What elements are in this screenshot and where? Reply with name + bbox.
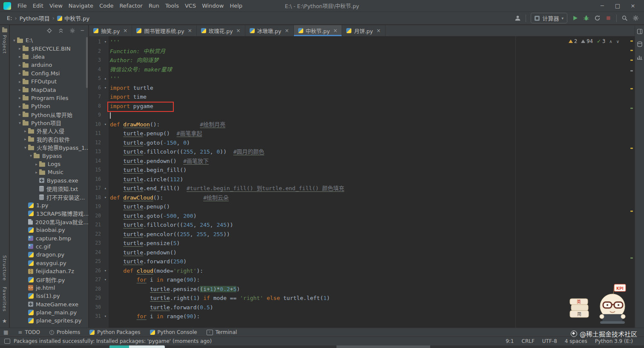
code-line[interactable]: 20 turtle.goto(-500, 200) xyxy=(89,211,635,221)
tree-item[interactable]: ▸Config.Msi xyxy=(10,69,88,77)
chevron-right-icon[interactable]: ▸ xyxy=(17,54,23,59)
tree-item[interactable]: ▸Python从零开始 xyxy=(10,111,88,119)
tree-item[interactable]: ▸$RECYCLE.BIN xyxy=(10,44,88,52)
line-separator[interactable]: CRLF xyxy=(522,338,535,344)
menu-item-edit[interactable]: Edit xyxy=(30,0,46,12)
tree-item[interactable]: ▾Bypass xyxy=(10,151,88,160)
menu-item-vcs[interactable]: VCS xyxy=(182,0,199,12)
code-line[interactable]: 22 turtle.pencolor((255, 255, 255)) xyxy=(89,230,635,239)
toolwindow-python-packages-button[interactable]: Python Packages xyxy=(85,329,145,335)
chevron-right-icon[interactable]: ▸ xyxy=(17,71,23,75)
tree-item[interactable]: Bypass.exe xyxy=(10,177,88,185)
tree-item[interactable]: ▸Logs xyxy=(10,160,88,168)
code-line[interactable]: 14 turtle.pendown() #画笔放下 xyxy=(89,157,635,166)
toolwindow-todo-button[interactable]: ≡TODO xyxy=(13,329,45,335)
code-line[interactable]: 7import time xyxy=(89,92,635,102)
chevron-right-icon[interactable]: ▸ xyxy=(34,162,39,166)
project-toolwindow-icon[interactable] xyxy=(2,29,7,32)
menu-item-navigate[interactable]: Navigate xyxy=(66,0,96,12)
fold-down-icon[interactable]: ▾ xyxy=(102,120,109,129)
tree-item[interactable]: ▸arduino xyxy=(10,61,88,69)
tree-item[interactable]: GIF制作.py xyxy=(10,275,88,283)
tree-item[interactable]: dragon.py xyxy=(10,251,88,259)
menu-item-refactor[interactable]: Refactor xyxy=(116,0,146,12)
user-profile-icon[interactable] xyxy=(515,15,521,21)
code-line[interactable]: 27▾ for i in range(90): xyxy=(89,275,635,285)
fold-down-icon[interactable]: ▾ xyxy=(102,193,109,203)
editor-tab[interactable]: 冰墩墩.py× xyxy=(245,25,294,36)
fold-down-icon[interactable]: ▾ xyxy=(102,275,109,285)
code-line[interactable]: 11 turtle.penup() #画笔拿起 xyxy=(89,129,635,138)
tree-item[interactable]: 13CRAPS赌博游戏... xyxy=(10,209,88,217)
database-icon[interactable] xyxy=(637,41,643,47)
menu-item-window[interactable]: Window xyxy=(199,0,227,12)
code-line[interactable]: 12 turtle.goto(-150, 0) xyxy=(89,138,635,148)
minimize-button[interactable]: ─ xyxy=(595,0,610,12)
breadcrumb-drive[interactable]: E: xyxy=(7,15,12,21)
fold-up-icon[interactable]: ▴ xyxy=(102,184,109,193)
code-line[interactable]: 10▾def drawMoon(): #绘制月亮 xyxy=(89,120,635,129)
caret-position[interactable]: 9:1 xyxy=(506,338,514,344)
tree-item[interactable]: plane_sprites.py xyxy=(10,317,88,325)
tab-close-icon[interactable]: × xyxy=(333,28,337,34)
menu-item-code[interactable]: Code xyxy=(96,0,116,12)
scrollbar-mark[interactable] xyxy=(630,40,633,42)
code-line[interactable]: 19 turtle.penup() xyxy=(89,202,635,211)
code-line[interactable]: 17▴ turtle.end_fill() #turtle.begin_fill… xyxy=(89,184,635,193)
tree-item[interactable]: ▸.idea xyxy=(10,53,88,61)
code-line[interactable]: 16 turtle.circle(112) xyxy=(89,175,635,184)
tree-item[interactable]: cc.gif xyxy=(10,242,88,251)
code-line[interactable]: 21 turtle.fillcolor((245, 245, 245)) xyxy=(89,220,635,230)
tree-item[interactable]: ▸外星人入侵 xyxy=(10,127,88,135)
project-tree-scrollbar[interactable] xyxy=(86,37,88,88)
tree-item[interactable]: feijidazhan.7z xyxy=(10,267,88,275)
scrollbar-mark[interactable] xyxy=(630,88,633,89)
scrollbar-mark[interactable] xyxy=(630,108,633,109)
tree-item[interactable]: MazeGame.exe xyxy=(10,300,88,308)
chevron-right-icon[interactable]: ▸ xyxy=(23,129,28,133)
chevron-right-icon[interactable]: ▸ xyxy=(17,46,23,51)
scrollbar-mark[interactable] xyxy=(630,60,633,61)
tab-close-icon[interactable]: × xyxy=(236,28,241,34)
run-button[interactable] xyxy=(572,15,578,21)
resolved-count[interactable]: ✓3 xyxy=(597,38,605,44)
close-button[interactable]: × xyxy=(625,0,641,12)
toolwindow-project-button[interactable]: Project xyxy=(2,35,7,54)
favorites-star-icon[interactable]: ★ xyxy=(2,318,7,324)
tree-item[interactable]: ▸Music xyxy=(10,168,88,176)
tree-item[interactable]: 使用须知.txt xyxy=(10,185,88,193)
scrollbar-mark[interactable] xyxy=(630,148,633,149)
code-line[interactable]: 18▾def drawCloud(): #绘制云朵 xyxy=(89,193,635,203)
code-line[interactable]: 24 turtle.pendown() xyxy=(89,248,635,257)
tree-item[interactable]: 2020黑马Java就业... xyxy=(10,218,88,226)
scrollbar-mark[interactable] xyxy=(630,211,633,212)
warnings-count[interactable]: 2 xyxy=(569,38,577,44)
tree-item[interactable]: easygui.py xyxy=(10,259,88,267)
toolwindow-favorites-button[interactable]: Favorites xyxy=(2,287,7,312)
tree-item[interactable]: ▸Python xyxy=(10,102,88,110)
toolwindow-structure-button[interactable]: Structure xyxy=(2,255,7,281)
tab-close-icon[interactable]: × xyxy=(188,28,192,34)
chevron-down-icon[interactable]: ▾ xyxy=(12,38,17,43)
chevron-right-icon[interactable]: ▸ xyxy=(17,63,23,67)
breadcrumb-file[interactable]: 中秋节.py xyxy=(64,14,89,22)
code-line[interactable]: 26▾ def cloud(mode='right'): xyxy=(89,266,635,276)
scrollbar-mark[interactable] xyxy=(630,50,633,51)
hide-panel-button[interactable]: ─ xyxy=(81,28,84,34)
tab-close-icon[interactable]: × xyxy=(377,28,381,34)
chevron-down-icon[interactable]: ▾ xyxy=(28,154,34,158)
code-line[interactable]: 29 turtle.right(1) if mode == 'right' el… xyxy=(89,294,635,303)
chevron-down-icon[interactable]: ▾ xyxy=(23,145,28,150)
run-configuration-select[interactable]: 计算器 ▾ xyxy=(531,13,567,23)
menu-item-help[interactable]: Help xyxy=(227,0,245,12)
event-log-icon[interactable] xyxy=(4,339,10,344)
scrollbar-mark[interactable] xyxy=(630,70,633,71)
sciview-chart-icon[interactable] xyxy=(637,54,643,60)
encoding[interactable]: UTF-8 xyxy=(542,338,557,344)
menu-item-file[interactable]: File xyxy=(14,0,30,12)
tree-item[interactable]: biaobai.py xyxy=(10,226,88,234)
locate-file-button[interactable] xyxy=(46,28,52,34)
code-line[interactable]: 1▾''' xyxy=(89,37,635,47)
tab-close-icon[interactable]: × xyxy=(285,28,289,34)
rerun-button[interactable] xyxy=(594,15,601,21)
